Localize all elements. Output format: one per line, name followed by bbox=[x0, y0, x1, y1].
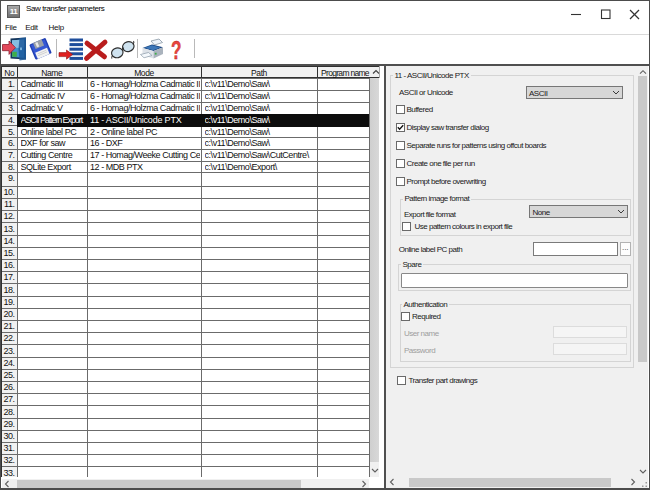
svg-text:?: ? bbox=[171, 36, 181, 64]
